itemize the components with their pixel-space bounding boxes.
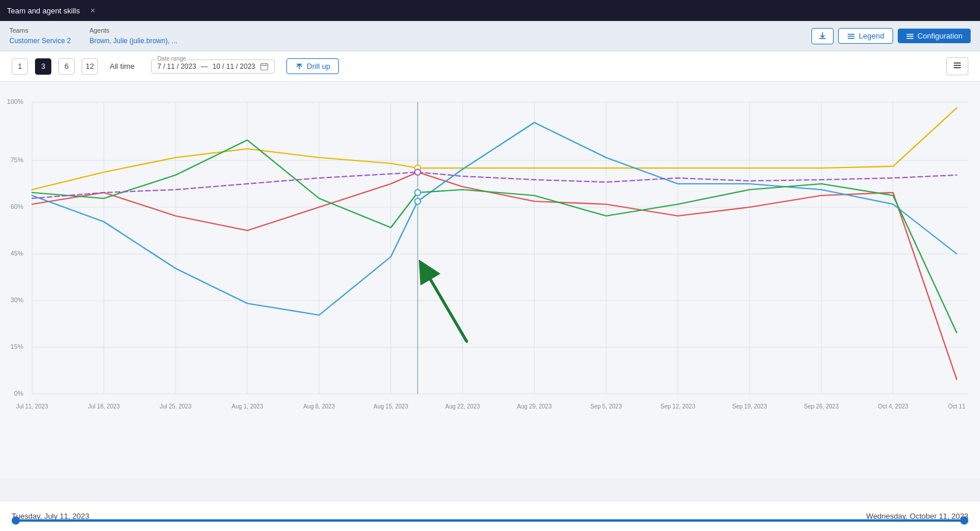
svg-rect-10 bbox=[0, 82, 980, 478]
top-bar: Team and agent skills × bbox=[0, 0, 980, 21]
list-icon bbox=[953, 61, 962, 70]
y-label-75: 75% bbox=[10, 156, 23, 163]
y-label-30: 30% bbox=[10, 296, 23, 303]
drill-up-icon bbox=[295, 62, 303, 71]
agents-group: Agents Brown, Julie (julie.brown), ... bbox=[89, 27, 177, 46]
y-label-15: 15% bbox=[10, 343, 23, 350]
y-label-100: 100% bbox=[7, 98, 23, 105]
sub-header: Teams Customer Service 2 Agents Brown, J… bbox=[0, 21, 980, 51]
export-icon bbox=[818, 32, 827, 41]
svg-rect-0 bbox=[848, 34, 855, 35]
slider-fill bbox=[16, 519, 964, 522]
timeline-slider[interactable] bbox=[12, 519, 968, 522]
svg-rect-1 bbox=[848, 36, 855, 37]
date-separator: — bbox=[201, 62, 208, 71]
all-time-button[interactable]: All time bbox=[105, 60, 139, 73]
svg-text:Aug 29, 2023: Aug 29, 2023 bbox=[517, 403, 552, 410]
svg-text:Oct 11: Oct 11 bbox=[948, 403, 965, 410]
y-label-0: 0% bbox=[14, 390, 23, 397]
legend-label: Legend bbox=[859, 32, 884, 40]
drill-up-label: Drill up bbox=[307, 62, 330, 71]
top-bar-title: Team and agent skills bbox=[7, 6, 80, 15]
svg-text:Oct 4, 2023: Oct 4, 2023 bbox=[878, 403, 908, 410]
teams-label: Teams bbox=[9, 27, 71, 34]
sub-header-right: Legend Configuration bbox=[811, 28, 971, 44]
svg-rect-9 bbox=[954, 67, 961, 68]
chart-area: 100% 75% 60% 45% 30% 15% 0% bbox=[0, 82, 980, 501]
sub-header-left: Teams Customer Service 2 Agents Brown, J… bbox=[9, 27, 177, 46]
export-button[interactable] bbox=[811, 28, 834, 44]
svg-text:Aug 1, 2023: Aug 1, 2023 bbox=[232, 403, 263, 410]
close-icon[interactable]: × bbox=[90, 6, 95, 15]
list-view-button[interactable] bbox=[946, 57, 968, 75]
svg-rect-4 bbox=[907, 36, 914, 37]
legend-button[interactable]: Legend bbox=[838, 28, 892, 44]
svg-rect-3 bbox=[907, 34, 914, 35]
svg-text:Aug 15, 2023: Aug 15, 2023 bbox=[373, 403, 408, 410]
teams-group: Teams Customer Service 2 bbox=[9, 27, 71, 46]
svg-rect-8 bbox=[954, 65, 961, 66]
svg-rect-5 bbox=[907, 38, 914, 39]
agents-label: Agents bbox=[89, 27, 177, 34]
calendar-icon[interactable] bbox=[260, 62, 268, 71]
svg-text:Jul 25, 2023: Jul 25, 2023 bbox=[160, 403, 192, 410]
svg-text:Jul 18, 2023: Jul 18, 2023 bbox=[88, 403, 120, 410]
period-1-button[interactable]: 1 bbox=[12, 58, 28, 75]
svg-text:Aug 8, 2023: Aug 8, 2023 bbox=[303, 403, 335, 410]
agents-value[interactable]: Brown, Julie (julie.brown), ... bbox=[89, 37, 177, 45]
period-3-button[interactable]: 3 bbox=[35, 58, 51, 75]
y-label-60: 60% bbox=[10, 203, 23, 210]
teams-value[interactable]: Customer Service 2 bbox=[9, 37, 71, 45]
drill-up-button[interactable]: Drill up bbox=[286, 58, 339, 74]
y-label-45: 45% bbox=[10, 250, 23, 257]
svg-text:Sep 5, 2023: Sep 5, 2023 bbox=[590, 403, 622, 410]
controls-bar: 1 3 6 12 All time Date range 7 / 11 / 20… bbox=[0, 51, 980, 82]
date-range-label: Date range bbox=[156, 55, 187, 62]
cursor-point-blue bbox=[415, 190, 421, 195]
period-12-button[interactable]: 12 bbox=[82, 58, 98, 75]
date-end: 10 / 11 / 2023 bbox=[212, 62, 255, 71]
cursor-point-blue2 bbox=[415, 198, 421, 204]
svg-text:Sep 12, 2023: Sep 12, 2023 bbox=[660, 403, 695, 410]
svg-text:Sep 26, 2023: Sep 26, 2023 bbox=[804, 403, 839, 410]
bottom-bar: Tuesday, July 11, 2023 Wednesday, Octobe… bbox=[0, 501, 980, 531]
svg-rect-2 bbox=[848, 38, 855, 39]
svg-text:Jul 11, 2023: Jul 11, 2023 bbox=[16, 403, 48, 410]
date-start: 7 / 11 / 2023 bbox=[158, 62, 197, 71]
date-range-group: Date range 7 / 11 / 2023 — 10 / 11 / 202… bbox=[151, 60, 275, 74]
svg-text:Aug 22, 2023: Aug 22, 2023 bbox=[445, 403, 480, 410]
configuration-label: Configuration bbox=[918, 32, 963, 40]
configuration-icon bbox=[906, 32, 914, 40]
chart-svg: 100% 75% 60% 45% 30% 15% 0% bbox=[0, 82, 980, 478]
svg-rect-6 bbox=[261, 64, 268, 70]
configuration-button[interactable]: Configuration bbox=[898, 29, 971, 43]
svg-rect-7 bbox=[954, 62, 961, 64]
cursor-point-purple bbox=[415, 169, 421, 175]
svg-text:Sep 19, 2023: Sep 19, 2023 bbox=[732, 403, 767, 410]
period-6-button[interactable]: 6 bbox=[58, 58, 75, 75]
legend-icon bbox=[847, 32, 855, 40]
main-content: Teams Customer Service 2 Agents Brown, J… bbox=[0, 21, 980, 531]
